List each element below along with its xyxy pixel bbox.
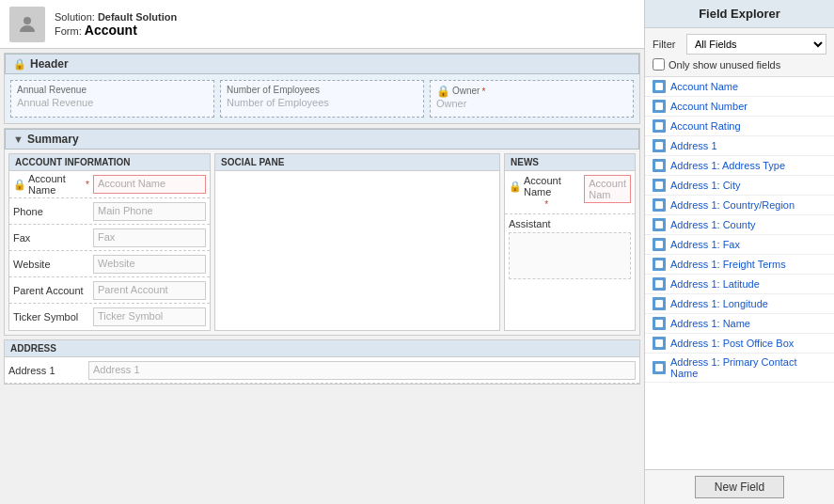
field-explorer-item[interactable]: Address 1: Longitude <box>645 294 834 314</box>
field-item-icon <box>653 238 666 251</box>
owner-required: * <box>481 87 485 97</box>
field-explorer-item[interactable]: Address 1: Address Type <box>645 156 834 176</box>
field-item-label: Address 1: Freight Terms <box>670 259 786 270</box>
filter-select[interactable]: All FieldsUsed FieldsUnused Fields <box>686 34 826 55</box>
field-item-icon <box>653 337 666 350</box>
field-explorer-item[interactable]: Address 1: Name <box>645 314 834 334</box>
field-item-icon <box>653 179 666 192</box>
account-name-required: * <box>86 180 89 190</box>
field-explorer-item[interactable]: Address 1 <box>645 136 834 156</box>
assistant-section: Assistant <box>505 214 635 283</box>
field-explorer-item[interactable]: Address 1: Post Office Box <box>645 334 834 354</box>
account-info-col: ACCOUNT INFORMATION 🔒 Account Name * Acc… <box>8 153 211 331</box>
fax-value[interactable]: Fax <box>93 228 206 247</box>
news-required: * <box>544 199 548 210</box>
summary-section: ▼ Summary ACCOUNT INFORMATION 🔒 Account … <box>4 128 640 336</box>
solution-header: Solution: Default Solution Form: Account <box>0 0 644 49</box>
parent-account-label: Parent Account <box>13 285 93 296</box>
field-item-icon <box>653 119 666 133</box>
field-explorer-filter: Filter All FieldsUsed FieldsUnused Field… <box>645 28 834 77</box>
field-item-label: Account Rating <box>670 120 741 132</box>
field-explorer-list: Account Name Account Number Account Rati… <box>645 77 834 469</box>
field-item-icon <box>653 139 666 152</box>
news-account-name-value[interactable]: Account Nam <box>584 175 631 203</box>
news-account-name-label: 🔒 Account Name * <box>509 175 584 210</box>
parent-account-value[interactable]: Parent Account <box>93 281 206 300</box>
field-item-label: Address 1: County <box>670 219 756 230</box>
header-section-title: 🔒 Header <box>5 54 639 74</box>
field-explorer-item[interactable]: Address 1: Primary Contact Name <box>645 354 834 383</box>
field-item-label: Address 1: City <box>670 180 741 191</box>
owner-lock-icon: 🔒 <box>436 85 450 98</box>
account-name-value[interactable]: Account Name <box>93 175 206 194</box>
only-unused-row: Only show unused fields <box>653 58 826 71</box>
owner-field: 🔒 Owner * Owner <box>430 80 634 118</box>
field-item-label: Address 1: Country/Region <box>670 199 795 211</box>
field-item-label: Address 1: Address Type <box>670 160 785 171</box>
field-explorer-item[interactable]: Address 1: Freight Terms <box>645 255 834 275</box>
summary-columns: ACCOUNT INFORMATION 🔒 Account Name * Acc… <box>5 150 639 335</box>
field-item-label: Address 1: Latitude <box>670 278 760 290</box>
field-explorer-item[interactable]: Account Number <box>645 97 834 117</box>
form-content[interactable]: 🔒 Header Annual Revenue Annual Revenue N… <box>0 49 644 504</box>
news-col-header: News <box>505 154 635 171</box>
field-item-label: Account Name <box>670 81 738 92</box>
news-col: News 🔒 Account Name * Account Nam Assist <box>504 153 636 331</box>
field-item-icon <box>653 361 666 374</box>
news-account-name-row: 🔒 Account Name * Account Nam <box>505 171 635 214</box>
website-row: Website Website <box>9 251 210 277</box>
owner-placeholder: Owner <box>436 98 627 109</box>
field-explorer-panel: Field Explorer Filter All FieldsUsed Fie… <box>644 0 834 504</box>
form-name: Account <box>85 23 137 38</box>
num-employees-label: Number of Employees <box>227 85 417 95</box>
field-item-icon <box>653 80 666 93</box>
num-employees-placeholder: Number of Employees <box>227 97 417 108</box>
phone-value[interactable]: Main Phone <box>93 202 206 221</box>
ticker-symbol-label: Ticker Symbol <box>13 311 93 323</box>
field-explorer-item[interactable]: Address 1: Fax <box>645 235 834 255</box>
field-item-icon <box>653 297 666 310</box>
svg-point-0 <box>24 17 31 24</box>
new-field-button[interactable]: New Field <box>695 476 784 498</box>
field-item-label: Address 1: Post Office Box <box>670 338 794 349</box>
address1-label: Address 1 <box>8 365 88 376</box>
field-explorer-item[interactable]: Address 1: County <box>645 215 834 235</box>
assistant-box[interactable] <box>509 232 631 279</box>
solution-text: Solution: Default Solution Form: Account <box>55 11 177 38</box>
address-section-title: ADDRESS <box>5 340 639 357</box>
field-item-label: Address 1: Longitude <box>670 298 768 309</box>
header-fields: Annual Revenue Annual Revenue Number of … <box>5 74 639 123</box>
fax-label: Fax <box>13 232 93 244</box>
avatar <box>9 7 45 42</box>
owner-label: Owner <box>452 86 480 96</box>
annual-revenue-placeholder: Annual Revenue <box>17 97 208 108</box>
only-unused-checkbox[interactable] <box>653 58 665 71</box>
social-pane-col: SOCIAL PANE <box>214 153 500 331</box>
phone-label: Phone <box>13 206 93 217</box>
field-explorer-item[interactable]: Address 1: City <box>645 176 834 196</box>
address1-value[interactable]: Address 1 <box>88 361 636 380</box>
field-item-icon <box>653 100 666 113</box>
phone-row: Phone Main Phone <box>9 198 210 225</box>
account-name-label: 🔒 Account Name * <box>13 173 93 196</box>
num-employees-field: Number of Employees Number of Employees <box>220 80 424 118</box>
account-name-row: 🔒 Account Name * Account Name <box>9 171 210 198</box>
field-explorer-item[interactable]: Address 1: Latitude <box>645 275 834 294</box>
filter-label: Filter <box>653 39 681 50</box>
field-item-label: Address 1 <box>670 140 717 151</box>
ticker-symbol-row: Ticker Symbol Ticker Symbol <box>9 304 210 330</box>
field-explorer-footer: New Field <box>645 469 834 504</box>
field-item-icon <box>653 159 666 172</box>
only-unused-label[interactable]: Only show unused fields <box>669 59 780 71</box>
filter-row: Filter All FieldsUsed FieldsUnused Field… <box>653 34 826 55</box>
ticker-symbol-value[interactable]: Ticker Symbol <box>93 307 206 326</box>
field-item-label: Account Number <box>670 101 747 112</box>
address1-row: Address 1 Address 1 <box>5 357 639 384</box>
social-pane-col-header: SOCIAL PANE <box>215 154 499 171</box>
field-item-label: Address 1: Fax <box>670 239 740 250</box>
field-explorer-item[interactable]: Account Name <box>645 77 834 97</box>
field-explorer-item[interactable]: Account Rating <box>645 117 834 136</box>
field-explorer-item[interactable]: Address 1: Country/Region <box>645 196 834 215</box>
summary-section-title: ▼ Summary <box>5 129 639 150</box>
website-value[interactable]: Website <box>93 255 206 274</box>
